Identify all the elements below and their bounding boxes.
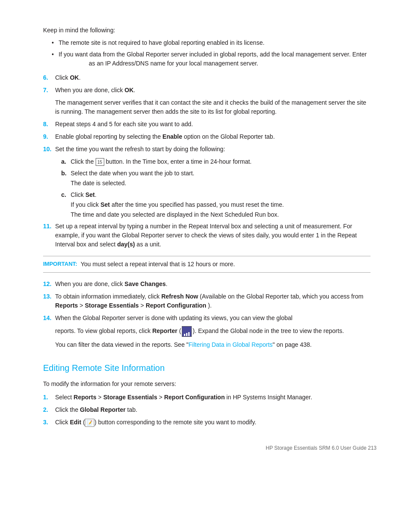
step-11: 11. Set up a repeat interval by typing a… <box>43 222 371 249</box>
step-9: 9. Enable global reporting by selecting … <box>43 132 371 141</box>
step-7: 7. When you are done, click OK. <box>43 86 371 95</box>
important-box: IMPORTANT: You must select a repeat inte… <box>43 256 371 273</box>
calendar-icon: 15 <box>96 158 104 166</box>
content-area: Keep in mind the following: The remote s… <box>43 26 371 427</box>
substep-10c-note2: The time and date you selected are displ… <box>71 210 279 219</box>
step-10: 10. Set the time you want the refresh to… <box>43 145 371 154</box>
step-14-note2: You can filter the data viewed in the re… <box>55 340 371 349</box>
bullet-item-1: The remote site is not required to have … <box>52 38 371 47</box>
substep-10a: a. Click the 15 button. In the Time box,… <box>61 157 371 166</box>
filtering-link[interactable]: Filtering Data in Global Reports <box>189 341 273 348</box>
step-13: 13. To obtain information immediately, c… <box>43 292 371 310</box>
section-step-1: 1. Select Reports > Storage Essentials >… <box>43 393 371 402</box>
step-7-note: The management server verifies that it c… <box>55 98 371 116</box>
substep-10c: c. Click Set. If you click Set after the… <box>61 190 371 219</box>
page-footer: HP Storage Essentials SRM 6.0 User Guide… <box>43 444 377 452</box>
step-14-note1: reports. To view global reports, click R… <box>55 326 371 337</box>
edit-icon: 📝 <box>85 419 94 427</box>
reporter-chart-icon <box>182 326 192 337</box>
step-14: 14. When the Global Reporter server is d… <box>43 314 371 323</box>
footer-text: HP Storage Essentials SRM 6.0 User Guide… <box>266 444 377 452</box>
step-12: 12. When you are done, click Save Change… <box>43 280 371 289</box>
important-text: You must select a repeat interval that i… <box>81 260 235 269</box>
section-intro: To modify the information for your remot… <box>43 380 371 389</box>
step-8: 8. Repeat steps 4 and 5 for each site yo… <box>43 120 371 129</box>
section-step-2: 2. Click the Global Reporter tab. <box>43 405 371 414</box>
important-label: IMPORTANT: <box>43 260 77 268</box>
bullet-item-2: If you want data from the Global Reporte… <box>52 50 371 68</box>
substep-10c-note1: If you click Set after the time you spec… <box>71 200 284 209</box>
section-step-3: 3. Click Edit (📝) button corresponding t… <box>43 418 371 427</box>
step-10-substeps: a. Click the 15 button. In the Time box,… <box>61 157 371 219</box>
bullet-list: The remote site is not required to have … <box>52 38 371 68</box>
intro-text: Keep in mind the following: <box>43 26 371 35</box>
substep-10b-note: The date is selected. <box>71 179 126 188</box>
step-6: 6. Click OK. <box>43 73 371 82</box>
section-heading: Editing Remote Site Information <box>43 361 371 374</box>
substep-10b: b. Select the date when you want the job… <box>61 169 371 188</box>
